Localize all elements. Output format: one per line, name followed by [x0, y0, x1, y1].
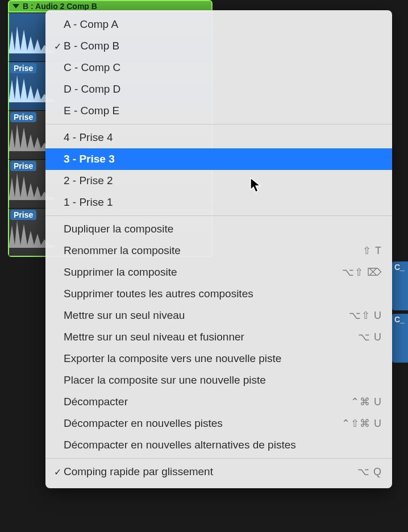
menu-separator	[45, 124, 392, 124]
menu-item-shortcut: ⌃⌘ U	[351, 396, 382, 408]
take-lane-label: Prise	[10, 112, 36, 122]
menu-item[interactable]: ✓Comping rapide par glissement⌥ Q	[45, 461, 392, 483]
menu-item-label: Décompacter	[64, 396, 351, 408]
take-lane-label: Prise	[10, 210, 36, 220]
menu-item[interactable]: A - Comp A	[45, 14, 392, 35]
menu-item[interactable]: Renommer la composite⇧ T	[45, 240, 392, 261]
menu-separator	[45, 458, 392, 459]
menu-item-label: Exporter la composite vers une nouvelle …	[64, 352, 382, 365]
menu-item[interactable]: Décompacter⌃⌘ U	[45, 391, 392, 413]
menu-item[interactable]: Exporter la composite vers une nouvelle …	[45, 348, 392, 369]
disclosure-triangle-icon[interactable]	[13, 4, 19, 9]
menu-item-shortcut: ⇧ T	[363, 244, 382, 257]
menu-item[interactable]: Supprimer la composite⌥⇧ ⌦	[45, 261, 392, 283]
menu-item[interactable]: Décompacter en nouvelles pistes⌃⇧⌘ U	[45, 413, 392, 434]
menu-item-label: C - Comp C	[64, 61, 382, 74]
menu-item-label: Décompacter en nouvelles alternatives de…	[64, 439, 382, 451]
menu-item[interactable]: Supprimer toutes les autres composites	[45, 283, 392, 305]
menu-item-label: Supprimer la composite	[64, 266, 342, 279]
menu-item[interactable]: 3 - Prise 3	[45, 148, 392, 170]
menu-item-label: D - Comp D	[64, 83, 382, 95]
menu-item[interactable]: D - Comp D	[45, 78, 392, 100]
menu-item-label: 4 - Prise 4	[64, 131, 382, 144]
menu-item-label: 3 - Prise 3	[64, 153, 382, 165]
menu-separator	[45, 215, 392, 216]
checkmark-icon: ✓	[51, 41, 64, 52]
menu-item-label: Mettre sur un seul niveau et fusionner	[64, 331, 358, 343]
checkmark-icon: ✓	[51, 467, 64, 477]
menu-item-label: Mettre sur un seul niveau	[64, 309, 349, 322]
menu-item[interactable]: 2 - Prise 2	[45, 170, 392, 192]
right-adjacent-clips: C_C_	[392, 261, 408, 366]
menu-item-shortcut: ⌥ Q	[357, 466, 382, 478]
menu-item-label: B - Comp B	[64, 40, 382, 52]
menu-item-label: Renommer la composite	[64, 244, 363, 257]
menu-item-label: Dupliquer la composite	[64, 223, 382, 235]
adjacent-audio-clip[interactable]: C_	[392, 261, 408, 310]
menu-item-label: 2 - Prise 2	[64, 174, 382, 187]
menu-item-label: Décompacter en nouvelles pistes	[64, 417, 342, 430]
menu-item[interactable]: Décompacter en nouvelles alternatives de…	[45, 434, 392, 456]
menu-item[interactable]: ✓B - Comp B	[45, 35, 392, 57]
menu-item-shortcut: ⌥⇧ U	[349, 309, 382, 322]
menu-item-label: Supprimer toutes les autres composites	[64, 288, 382, 300]
menu-item[interactable]: 1 - Prise 1	[45, 192, 392, 213]
menu-item[interactable]: Mettre sur un seul niveau⌥⇧ U	[45, 305, 392, 326]
menu-item-label: Placer la composite sur une nouvelle pis…	[64, 374, 382, 386]
menu-item[interactable]: E - Comp E	[45, 100, 392, 122]
menu-item[interactable]: Mettre sur un seul niveau et fusionner⌥ …	[45, 326, 392, 348]
menu-item-shortcut: ⌥ U	[358, 331, 382, 343]
menu-item[interactable]: Dupliquer la composite	[45, 218, 392, 240]
track-title: B : Audio 2 Comp B	[23, 2, 97, 11]
adjacent-audio-clip[interactable]: C_	[392, 314, 408, 363]
menu-item[interactable]: 4 - Prise 4	[45, 127, 392, 148]
menu-item[interactable]: C - Comp C	[45, 57, 392, 78]
take-folder-context-menu[interactable]: A - Comp A✓B - Comp BC - Comp CD - Comp …	[45, 10, 392, 488]
menu-item[interactable]: Placer la composite sur une nouvelle pis…	[45, 369, 392, 391]
menu-item-shortcut: ⌃⇧⌘ U	[342, 417, 382, 430]
take-lane-label: Prise	[10, 161, 36, 171]
menu-item-label: Comping rapide par glissement	[64, 466, 357, 478]
menu-item-shortcut: ⌥⇧ ⌦	[342, 266, 382, 279]
menu-item-label: 1 - Prise 1	[64, 196, 382, 209]
menu-item-label: E - Comp E	[64, 105, 382, 117]
take-lane-label: Prise	[10, 63, 36, 73]
menu-item-label: A - Comp A	[64, 18, 382, 31]
